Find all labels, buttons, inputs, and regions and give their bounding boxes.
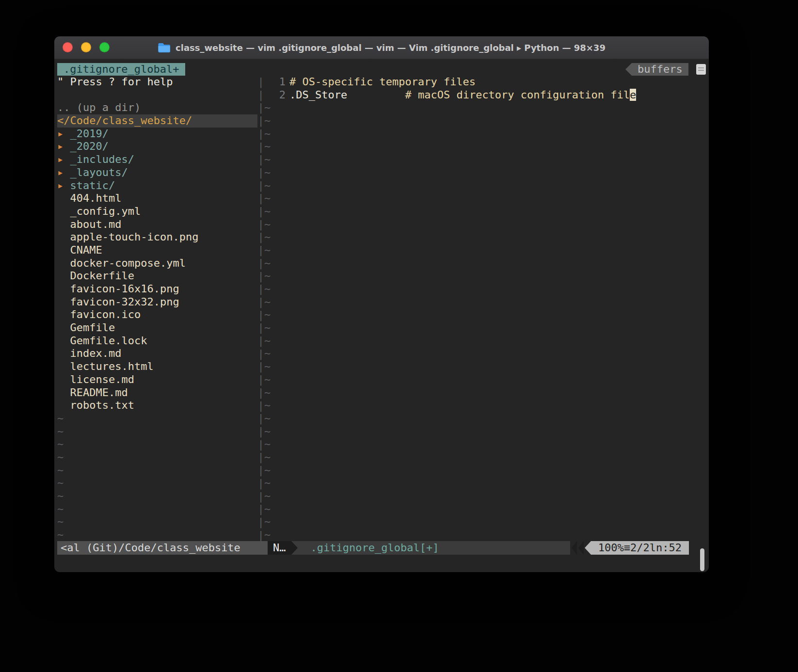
tree-file[interactable]: 404.html	[57, 192, 257, 205]
tree-file[interactable]: favicon-16x16.png	[57, 283, 257, 296]
tree-file[interactable]: lectures.html	[57, 360, 257, 373]
dir-collapsed-icon: ▸	[57, 179, 64, 192]
tree-file[interactable]: Dockerfile	[57, 270, 257, 283]
empty-line-tilde: ~	[57, 490, 257, 503]
tree-file[interactable]: about.md	[57, 218, 257, 231]
powerline-arrow-left-icon	[585, 541, 591, 555]
tab-gitignore-global[interactable]: .gitignore_global+	[57, 63, 185, 76]
tree-file[interactable]: favicon-32x32.png	[57, 296, 257, 309]
statusline-filename: .gitignore_global[+]	[311, 541, 439, 555]
buffers-label: buffers	[632, 63, 688, 76]
window-titlebar[interactable]: class_website — vim .gitignore_global — …	[54, 36, 709, 59]
empty-line-tilde: ~	[264, 399, 701, 412]
folder-icon	[158, 42, 171, 53]
powerline-arrow-right-icon	[291, 541, 298, 555]
empty-line-tilde: ~	[57, 503, 257, 516]
statusline-path: <al (Git)/Code/class_website	[57, 541, 268, 555]
empty-line-tilde: ~	[264, 451, 701, 464]
tree-file[interactable]: Gemfile.lock	[57, 335, 257, 348]
scrollbar-thumb[interactable]	[700, 548, 704, 571]
statusline-file-section: .gitignore_global[+]	[298, 541, 570, 555]
statusline-mode: N…	[268, 541, 291, 555]
dir-collapsed-icon: ▸	[57, 153, 64, 165]
empty-line-tilde: ~	[264, 438, 701, 451]
code-segment: # OS-specific temporary files	[289, 76, 476, 88]
tree-file[interactable]: apple-touch-icon.png	[57, 231, 257, 244]
pane-separator[interactable]: | | | | | | | | | | | | | | | | | | | | …	[257, 76, 264, 542]
tree-dir[interactable]: ▸ _layouts/	[57, 166, 257, 179]
chevron-left-icon	[625, 63, 632, 76]
dir-collapsed-icon: ▸	[57, 166, 64, 178]
empty-line-tilde: ~	[57, 528, 257, 542]
nerdtree-root-path[interactable]: </Code/class_website/	[57, 114, 257, 128]
empty-line-tilde: ~	[264, 218, 701, 231]
tree-file[interactable]: _config.yml	[57, 205, 257, 218]
empty-line-tilde: ~	[57, 515, 257, 528]
empty-line-tilde: ~	[264, 477, 701, 490]
tree-file[interactable]: docker-compose.yml	[57, 257, 257, 270]
tree-dir[interactable]: ▸ _includes/	[57, 153, 257, 166]
nerdtree-blank-line	[57, 89, 257, 102]
powerline-chevron-left-icon	[572, 541, 577, 555]
statusline: <al (Git)/Code/class_website N… .gitigno…	[57, 541, 689, 555]
code-segment: .DS_Store	[289, 89, 347, 101]
empty-line-tilde: ~	[57, 464, 257, 477]
traffic-lights	[63, 42, 110, 52]
empty-line-tilde: ~	[264, 425, 701, 438]
empty-line-tilde: ~	[264, 114, 701, 128]
buffer-line[interactable]: 2.DS_Store # macOS directory configurati…	[264, 89, 701, 102]
empty-line-tilde: ~	[264, 244, 701, 257]
editor-pane[interactable]: 1# OS-specific temporary files2.DS_Store…	[264, 76, 701, 542]
dir-label: static/	[64, 179, 115, 192]
zoom-button[interactable]	[99, 42, 110, 52]
empty-line-tilde: ~	[264, 386, 701, 400]
empty-line-tilde: ~	[264, 308, 701, 321]
marks-indicator-icon[interactable]	[696, 64, 706, 75]
statusline-position: 100%≡2/2ln:52	[591, 541, 689, 555]
empty-line-tilde: ~	[264, 347, 701, 360]
titlebar-title-group: class_website — vim .gitignore_global — …	[54, 36, 709, 59]
empty-line-tilde: ~	[264, 101, 701, 114]
tree-file[interactable]: robots.txt	[57, 399, 257, 412]
close-button[interactable]	[63, 42, 73, 52]
buffer-line[interactable]: 1# OS-specific temporary files	[264, 76, 701, 89]
empty-line-tilde: ~	[264, 464, 701, 477]
code-segment: # macOS directory configuration fil	[405, 89, 630, 101]
nerdtree-help-line: " Press ? for help	[57, 76, 257, 89]
empty-line-tilde: ~	[264, 490, 701, 503]
empty-line-tilde: ~	[264, 373, 701, 386]
minimize-button[interactable]	[81, 42, 91, 52]
empty-line-tilde: ~	[264, 503, 701, 516]
tree-file[interactable]: index.md	[57, 347, 257, 360]
tree-file[interactable]: README.md	[57, 386, 257, 400]
tree-file[interactable]: license.md	[57, 373, 257, 386]
empty-line-tilde: ~	[264, 321, 701, 335]
empty-line-tilde: ~	[264, 515, 701, 528]
empty-line-tilde: ~	[57, 412, 257, 425]
tree-dir[interactable]: ▸ _2019/	[57, 128, 257, 141]
powerline-chevron-left-icon	[578, 541, 584, 555]
empty-line-tilde: ~	[264, 128, 701, 141]
empty-line-tilde: ~	[264, 153, 701, 166]
empty-line-tilde: ~	[264, 192, 701, 205]
empty-line-tilde: ~	[57, 451, 257, 464]
empty-line-tilde: ~	[264, 166, 701, 179]
empty-line-tilde: ~	[264, 270, 701, 283]
empty-line-tilde: ~	[57, 425, 257, 438]
empty-line-tilde: ~	[264, 257, 701, 270]
tree-file[interactable]: favicon.ico	[57, 308, 257, 321]
nerdtree-up-dir[interactable]: .. (up a dir)	[57, 101, 257, 114]
tree-file[interactable]: Gemfile	[57, 321, 257, 335]
empty-line-tilde: ~	[57, 477, 257, 490]
tree-dir[interactable]: ▸ _2020/	[57, 140, 257, 153]
tree-dir[interactable]: ▸ static/	[57, 179, 257, 192]
empty-line-tilde: ~	[264, 179, 701, 192]
empty-line-tilde: ~	[264, 360, 701, 373]
empty-line-tilde: ~	[264, 283, 701, 296]
terminal-window: class_website — vim .gitignore_global — …	[54, 36, 709, 572]
buffers-indicator[interactable]: buffers	[625, 63, 688, 76]
cursor-block: e	[630, 89, 636, 101]
empty-line-tilde: ~	[264, 140, 701, 153]
tree-file[interactable]: CNAME	[57, 244, 257, 257]
dir-label: _includes/	[64, 153, 134, 165]
